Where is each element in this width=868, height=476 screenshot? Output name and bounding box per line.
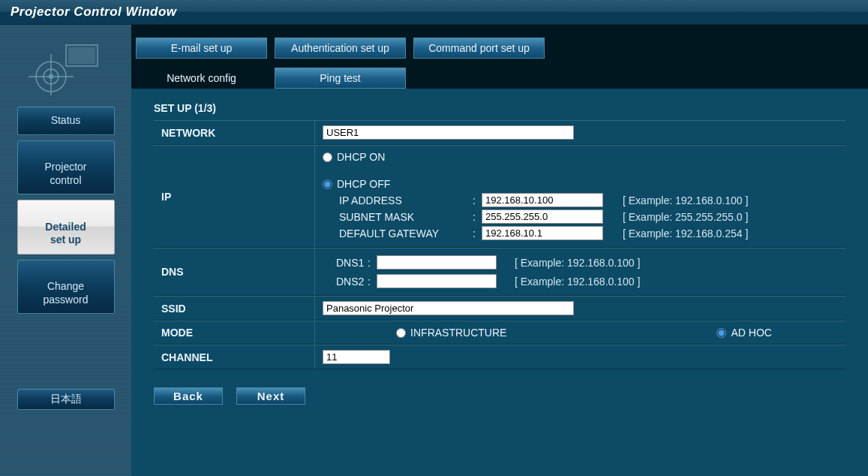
back-button-label: Back [173, 390, 203, 402]
dns2-example: [ Example: 192.168.0.100 ] [515, 276, 640, 288]
row-channel: CHANNEL [154, 345, 845, 369]
default-gateway-example: [ Example: 192.168.0.254 ] [623, 227, 748, 240]
tab-label: Command port set up [428, 42, 530, 54]
mode-infrastructure-radio[interactable] [396, 328, 406, 338]
row-dns: DNS DNS1 : [ Example: 192.168.0.100 ] DN… [154, 248, 845, 296]
sidebar-item-change-password[interactable]: Change password [17, 260, 115, 315]
dhcp-on-option[interactable]: DHCP ON [323, 151, 838, 163]
language-button[interactable]: 日本語 [17, 389, 115, 410]
row-ssid: SSID [154, 296, 845, 321]
back-button[interactable]: Back [154, 387, 223, 405]
ip-address-input[interactable] [482, 193, 603, 207]
logo [0, 32, 131, 101]
dns2-input[interactable] [377, 274, 497, 288]
label-dns: DNS [154, 249, 315, 295]
content-area: E-mail set up Authentication set up Comm… [131, 25, 868, 476]
dhcp-on-label: DHCP ON [337, 151, 385, 163]
dns1-input[interactable] [377, 255, 497, 270]
sidebar-item-projector-control[interactable]: Projector control [17, 140, 115, 195]
row-ip: IP DHCP ON DHCP OFF IP ADDRESS : [154, 145, 845, 248]
label-channel: CHANNEL [154, 345, 315, 369]
next-button[interactable]: Next [236, 387, 305, 405]
label-network: NETWORK [154, 121, 315, 144]
form-panel: SET UP (1/3) NETWORK IP DHCP ON [131, 89, 868, 412]
mode-infrastructure-option[interactable]: INFRASTRUCTURE [396, 327, 506, 339]
window-title: Projector Control Window [11, 5, 177, 20]
mode-adhoc-option[interactable]: AD HOC [716, 327, 771, 339]
subnet-mask-example: [ Example: 255.255.255.0 ] [623, 211, 748, 223]
svg-rect-6 [68, 47, 95, 64]
dhcp-on-radio[interactable] [323, 152, 332, 162]
ip-address-example: [ Example: 192.168.0.100 ] [623, 194, 748, 206]
subnet-mask-label: SUBNET MASK [339, 211, 467, 223]
row-network: NETWORK [154, 120, 845, 145]
button-bar: Back Next [154, 387, 845, 405]
colon: : [470, 194, 479, 206]
dns1-example: [ Example: 192.168.0.100 ] [515, 257, 640, 269]
sidebar-item-label: Detailed set up [45, 221, 86, 246]
dhcp-off-radio[interactable] [323, 179, 332, 189]
dns1-label: DNS1 [323, 257, 368, 269]
tab-ping-test[interactable]: Ping test [275, 68, 406, 89]
mode-adhoc-radio[interactable] [716, 328, 726, 338]
next-button-label: Next [257, 390, 285, 402]
default-gateway-input[interactable] [482, 226, 603, 240]
tab-network-config[interactable]: Network config [136, 68, 267, 89]
tab-command-port-setup[interactable]: Command port set up [413, 38, 545, 59]
colon: : [470, 227, 479, 240]
mode-infrastructure-label: INFRASTRUCTURE [410, 327, 506, 339]
sidebar-item-detailed-setup[interactable]: Detailed set up [17, 200, 115, 255]
channel-input[interactable] [323, 350, 390, 364]
label-ip: IP [154, 146, 315, 247]
colon: : [470, 211, 479, 223]
tab-label: Authentication set up [291, 42, 389, 54]
sidebar: Status Projector control Detailed set up… [0, 25, 131, 476]
row-mode: MODE INFRASTRUCTURE AD HOC [154, 321, 845, 345]
language-label: 日本語 [50, 393, 82, 405]
section-title: SET UP (1/3) [154, 102, 845, 114]
tab-bar: E-mail set up Authentication set up Comm… [131, 25, 868, 89]
tab-label: E-mail set up [171, 42, 233, 54]
sidebar-item-label: Status [51, 114, 81, 126]
ip-address-label: IP ADDRESS [339, 194, 467, 206]
label-ssid: SSID [154, 297, 315, 320]
title-bar: Projector Control Window [0, 0, 868, 25]
default-gateway-label: DEFAULT GATEWAY [339, 227, 467, 240]
subnet-mask-input[interactable] [482, 209, 603, 224]
sidebar-item-status[interactable]: Status [17, 107, 115, 135]
sidebar-item-label: Change password [44, 280, 89, 306]
main-layout: Status Projector control Detailed set up… [0, 25, 868, 476]
tab-label: Ping test [320, 72, 360, 84]
sidebar-item-label: Projector control [44, 161, 86, 186]
tab-label: Network config [167, 72, 236, 84]
ssid-input[interactable] [323, 301, 574, 315]
tab-authentication-setup[interactable]: Authentication set up [275, 38, 406, 59]
label-mode: MODE [154, 321, 315, 344]
network-input[interactable] [323, 125, 574, 140]
colon: : [368, 257, 377, 269]
colon: : [368, 276, 377, 288]
dhcp-off-label: DHCP OFF [337, 178, 390, 190]
mode-adhoc-label: AD HOC [731, 327, 771, 339]
tab-email-setup[interactable]: E-mail set up [136, 38, 267, 59]
dns2-label: DNS2 [323, 276, 368, 288]
target-logo-icon [25, 39, 107, 95]
dhcp-off-option[interactable]: DHCP OFF [323, 178, 838, 190]
